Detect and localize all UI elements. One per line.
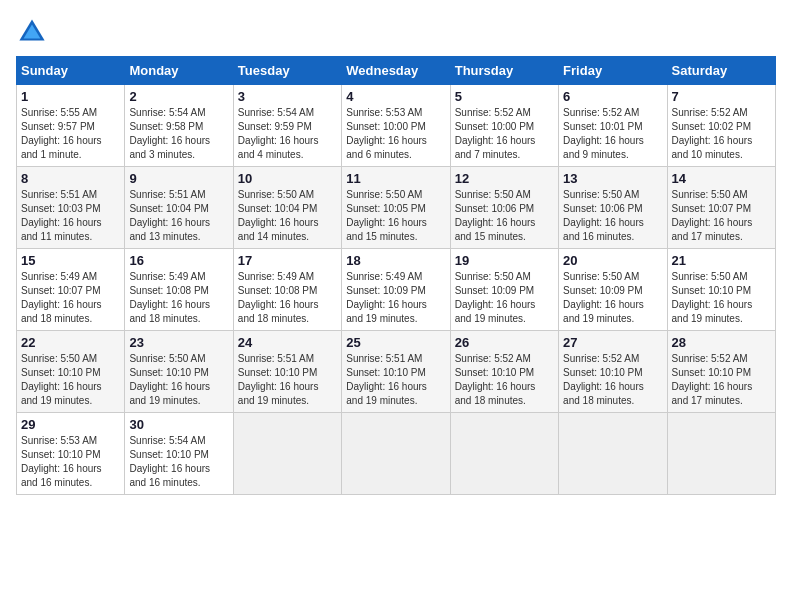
calendar-cell: 18Sunrise: 5:49 AMSunset: 10:09 PMDaylig…: [342, 249, 450, 331]
day-detail: Sunrise: 5:51 AMSunset: 10:03 PMDaylight…: [21, 188, 120, 244]
logo-icon: [18, 16, 46, 44]
logo: [16, 16, 46, 44]
col-header-tuesday: Tuesday: [233, 57, 341, 85]
day-number: 6: [563, 89, 662, 104]
calendar-cell: 24Sunrise: 5:51 AMSunset: 10:10 PMDaylig…: [233, 331, 341, 413]
day-detail: Sunrise: 5:50 AMSunset: 10:06 PMDaylight…: [455, 188, 554, 244]
day-number: 26: [455, 335, 554, 350]
day-number: 8: [21, 171, 120, 186]
day-detail: Sunrise: 5:50 AMSunset: 10:04 PMDaylight…: [238, 188, 337, 244]
day-number: 11: [346, 171, 445, 186]
day-number: 3: [238, 89, 337, 104]
calendar-cell: 17Sunrise: 5:49 AMSunset: 10:08 PMDaylig…: [233, 249, 341, 331]
calendar-cell: 13Sunrise: 5:50 AMSunset: 10:06 PMDaylig…: [559, 167, 667, 249]
calendar-cell: 27Sunrise: 5:52 AMSunset: 10:10 PMDaylig…: [559, 331, 667, 413]
day-number: 12: [455, 171, 554, 186]
day-detail: Sunrise: 5:51 AMSunset: 10:10 PMDaylight…: [346, 352, 445, 408]
calendar-cell: 26Sunrise: 5:52 AMSunset: 10:10 PMDaylig…: [450, 331, 558, 413]
day-detail: Sunrise: 5:54 AMSunset: 10:10 PMDaylight…: [129, 434, 228, 490]
day-number: 24: [238, 335, 337, 350]
day-detail: Sunrise: 5:50 AMSunset: 10:10 PMDaylight…: [672, 270, 771, 326]
calendar-cell: 12Sunrise: 5:50 AMSunset: 10:06 PMDaylig…: [450, 167, 558, 249]
col-header-friday: Friday: [559, 57, 667, 85]
day-number: 17: [238, 253, 337, 268]
calendar-cell: 29Sunrise: 5:53 AMSunset: 10:10 PMDaylig…: [17, 413, 125, 495]
day-detail: Sunrise: 5:50 AMSunset: 10:09 PMDaylight…: [455, 270, 554, 326]
calendar-cell: 14Sunrise: 5:50 AMSunset: 10:07 PMDaylig…: [667, 167, 775, 249]
calendar-row: 22Sunrise: 5:50 AMSunset: 10:10 PMDaylig…: [17, 331, 776, 413]
day-detail: Sunrise: 5:51 AMSunset: 10:10 PMDaylight…: [238, 352, 337, 408]
calendar-cell: 22Sunrise: 5:50 AMSunset: 10:10 PMDaylig…: [17, 331, 125, 413]
day-number: 22: [21, 335, 120, 350]
calendar-row: 29Sunrise: 5:53 AMSunset: 10:10 PMDaylig…: [17, 413, 776, 495]
day-detail: Sunrise: 5:52 AMSunset: 10:02 PMDaylight…: [672, 106, 771, 162]
day-detail: Sunrise: 5:50 AMSunset: 10:09 PMDaylight…: [563, 270, 662, 326]
day-number: 19: [455, 253, 554, 268]
calendar-cell: 3Sunrise: 5:54 AMSunset: 9:59 PMDaylight…: [233, 85, 341, 167]
day-detail: Sunrise: 5:50 AMSunset: 10:05 PMDaylight…: [346, 188, 445, 244]
calendar-cell: [450, 413, 558, 495]
col-header-thursday: Thursday: [450, 57, 558, 85]
day-number: 30: [129, 417, 228, 432]
calendar-cell: 15Sunrise: 5:49 AMSunset: 10:07 PMDaylig…: [17, 249, 125, 331]
day-detail: Sunrise: 5:53 AMSunset: 10:10 PMDaylight…: [21, 434, 120, 490]
calendar-cell: [559, 413, 667, 495]
day-detail: Sunrise: 5:50 AMSunset: 10:10 PMDaylight…: [129, 352, 228, 408]
day-number: 29: [21, 417, 120, 432]
day-detail: Sunrise: 5:50 AMSunset: 10:07 PMDaylight…: [672, 188, 771, 244]
calendar-cell: 16Sunrise: 5:49 AMSunset: 10:08 PMDaylig…: [125, 249, 233, 331]
day-detail: Sunrise: 5:54 AMSunset: 9:59 PMDaylight:…: [238, 106, 337, 162]
calendar-cell: 28Sunrise: 5:52 AMSunset: 10:10 PMDaylig…: [667, 331, 775, 413]
calendar-cell: 9Sunrise: 5:51 AMSunset: 10:04 PMDayligh…: [125, 167, 233, 249]
day-detail: Sunrise: 5:51 AMSunset: 10:04 PMDaylight…: [129, 188, 228, 244]
day-number: 10: [238, 171, 337, 186]
calendar-row: 1Sunrise: 5:55 AMSunset: 9:57 PMDaylight…: [17, 85, 776, 167]
day-number: 18: [346, 253, 445, 268]
calendar-cell: 10Sunrise: 5:50 AMSunset: 10:04 PMDaylig…: [233, 167, 341, 249]
calendar-row: 15Sunrise: 5:49 AMSunset: 10:07 PMDaylig…: [17, 249, 776, 331]
day-detail: Sunrise: 5:52 AMSunset: 10:00 PMDaylight…: [455, 106, 554, 162]
day-number: 7: [672, 89, 771, 104]
col-header-sunday: Sunday: [17, 57, 125, 85]
day-number: 2: [129, 89, 228, 104]
day-detail: Sunrise: 5:52 AMSunset: 10:10 PMDaylight…: [455, 352, 554, 408]
calendar-cell: 11Sunrise: 5:50 AMSunset: 10:05 PMDaylig…: [342, 167, 450, 249]
calendar-cell: [667, 413, 775, 495]
day-detail: Sunrise: 5:54 AMSunset: 9:58 PMDaylight:…: [129, 106, 228, 162]
day-number: 13: [563, 171, 662, 186]
calendar-cell: 19Sunrise: 5:50 AMSunset: 10:09 PMDaylig…: [450, 249, 558, 331]
day-number: 23: [129, 335, 228, 350]
day-detail: Sunrise: 5:52 AMSunset: 10:10 PMDaylight…: [563, 352, 662, 408]
calendar-cell: 4Sunrise: 5:53 AMSunset: 10:00 PMDayligh…: [342, 85, 450, 167]
day-detail: Sunrise: 5:49 AMSunset: 10:07 PMDaylight…: [21, 270, 120, 326]
calendar-table: SundayMondayTuesdayWednesdayThursdayFrid…: [16, 56, 776, 495]
calendar-cell: 8Sunrise: 5:51 AMSunset: 10:03 PMDayligh…: [17, 167, 125, 249]
day-detail: Sunrise: 5:52 AMSunset: 10:10 PMDaylight…: [672, 352, 771, 408]
day-detail: Sunrise: 5:55 AMSunset: 9:57 PMDaylight:…: [21, 106, 120, 162]
calendar-row: 8Sunrise: 5:51 AMSunset: 10:03 PMDayligh…: [17, 167, 776, 249]
calendar-cell: 6Sunrise: 5:52 AMSunset: 10:01 PMDayligh…: [559, 85, 667, 167]
col-header-saturday: Saturday: [667, 57, 775, 85]
calendar-cell: 1Sunrise: 5:55 AMSunset: 9:57 PMDaylight…: [17, 85, 125, 167]
day-number: 20: [563, 253, 662, 268]
day-number: 14: [672, 171, 771, 186]
page-header: [16, 16, 776, 44]
day-number: 27: [563, 335, 662, 350]
day-detail: Sunrise: 5:50 AMSunset: 10:10 PMDaylight…: [21, 352, 120, 408]
day-detail: Sunrise: 5:53 AMSunset: 10:00 PMDaylight…: [346, 106, 445, 162]
day-number: 28: [672, 335, 771, 350]
day-detail: Sunrise: 5:49 AMSunset: 10:08 PMDaylight…: [129, 270, 228, 326]
day-number: 16: [129, 253, 228, 268]
day-number: 21: [672, 253, 771, 268]
col-header-wednesday: Wednesday: [342, 57, 450, 85]
calendar-cell: 7Sunrise: 5:52 AMSunset: 10:02 PMDayligh…: [667, 85, 775, 167]
calendar-cell: 25Sunrise: 5:51 AMSunset: 10:10 PMDaylig…: [342, 331, 450, 413]
calendar-cell: [233, 413, 341, 495]
calendar-cell: 2Sunrise: 5:54 AMSunset: 9:58 PMDaylight…: [125, 85, 233, 167]
day-detail: Sunrise: 5:52 AMSunset: 10:01 PMDaylight…: [563, 106, 662, 162]
col-header-monday: Monday: [125, 57, 233, 85]
day-detail: Sunrise: 5:49 AMSunset: 10:09 PMDaylight…: [346, 270, 445, 326]
calendar-cell: 23Sunrise: 5:50 AMSunset: 10:10 PMDaylig…: [125, 331, 233, 413]
calendar-cell: 5Sunrise: 5:52 AMSunset: 10:00 PMDayligh…: [450, 85, 558, 167]
day-number: 4: [346, 89, 445, 104]
